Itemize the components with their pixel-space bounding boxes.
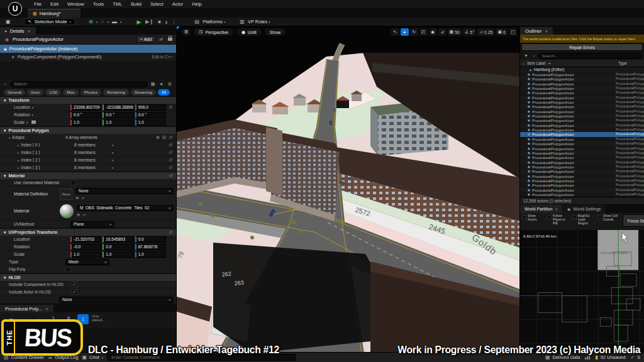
- hlod-layer-dropdown[interactable]: None ▾: [59, 297, 174, 303]
- outliner-search-input[interactable]: [538, 53, 641, 59]
- uv-location-y-field[interactable]: 16.545893: [103, 236, 133, 243]
- cinematics-icon[interactable]: ▬: [110, 19, 119, 25]
- type-dropdown[interactable]: Mesh ▾: [65, 259, 109, 265]
- swap-icon[interactable]: ⇄: [158, 37, 164, 42]
- location-label[interactable]: Location: [14, 105, 30, 109]
- unsaved-button[interactable]: ▮ 92 Unsaved: [595, 354, 625, 360]
- filter-chip-rendering[interactable]: Rendering: [103, 89, 129, 96]
- outliner-row[interactable]: ◉ProceduralPolygonActorProceduralPolygon…: [520, 82, 644, 86]
- menu-item-build[interactable]: Build: [131, 1, 142, 7]
- location-x-field[interactable]: 23396.802709: [70, 104, 101, 111]
- output-log-button[interactable]: ☰ Output Log: [48, 354, 78, 360]
- derived-data-button[interactable]: ▦ Derived Data: [545, 354, 580, 360]
- skip-frame-button[interactable]: ▶❙: [145, 19, 153, 25]
- close-icon[interactable]: ✕: [28, 29, 31, 33]
- lock-icon[interactable]: [168, 38, 172, 41]
- outliner-row[interactable]: ◉ProceduralPolygonActorProceduralPolygon…: [520, 155, 644, 160]
- viewport-options-menu-icon[interactable]: ☰: [182, 28, 191, 36]
- menu-item-tools[interactable]: Tools: [93, 1, 104, 7]
- reset-icon[interactable]: ↺: [169, 173, 172, 178]
- world-partition-minimap[interactable]: 6.82x7.97x0.40 km Last Loaded Region: [520, 230, 644, 352]
- tab-details[interactable]: ▪ Details ✕: [0, 27, 36, 35]
- content-drawer-button[interactable]: ▤ Content Drawer: [4, 354, 44, 360]
- rotation-label[interactable]: Rotation: [14, 112, 30, 117]
- grid-snap-button[interactable]: ▦50: [448, 28, 462, 36]
- polygon-tool-snap-icon[interactable]: ⟟: [77, 314, 89, 324]
- chevron-down-icon[interactable]: ▾: [9, 136, 11, 140]
- include-actor-hlod-checkbox[interactable]: ✓: [72, 289, 77, 295]
- reset-icon[interactable]: ↺: [167, 143, 174, 148]
- chevron-down-icon[interactable]: ▾: [120, 20, 122, 24]
- outliner-row[interactable]: ◉ProceduralPolygonActorProceduralPolygon…: [520, 183, 644, 187]
- close-icon[interactable]: ✕: [545, 29, 548, 33]
- menu-item-edit[interactable]: Edit: [50, 1, 58, 7]
- use-asset-icon[interactable]: ⊕: [75, 195, 79, 200]
- play-options-kebab-icon[interactable]: ⋮: [172, 19, 177, 25]
- outliner-root-row[interactable]: ▲ Hamburg (Editor): [520, 67, 644, 72]
- outliner-row[interactable]: ◉ProceduralPolygonActorProceduralPolygon…: [520, 128, 644, 132]
- browse-folder-icon[interactable]: ▱: [82, 212, 86, 217]
- include-component-hlod-checkbox[interactable]: ✓: [72, 282, 77, 287]
- favorites-icon[interactable]: ★: [158, 82, 164, 87]
- outliner-row[interactable]: ◉ProceduralPolygonActorProceduralPolygon…: [520, 118, 644, 123]
- menu-item-file[interactable]: File: [34, 1, 42, 7]
- scale-tool-button[interactable]: ◰: [419, 28, 428, 36]
- outliner-row[interactable]: ◉ProceduralPolygonActorProceduralPolygon…: [520, 165, 644, 169]
- show-dropdown[interactable]: Show: [265, 28, 286, 36]
- settings-gear-icon[interactable]: ⚙: [167, 82, 173, 87]
- outliner-row[interactable]: ◉ProceduralPolygonActorProceduralPolygon…: [520, 160, 644, 165]
- outliner-row[interactable]: ◉ProceduralPolygonActorProceduralPolygon…: [520, 137, 644, 141]
- flip-poly-checkbox[interactable]: [65, 266, 71, 272]
- toggle-show-actors[interactable]: Show Actors: [522, 214, 545, 222]
- reset-icon[interactable]: ↺: [167, 165, 174, 170]
- stop-button[interactable]: ■: [158, 19, 161, 25]
- chevron-down-icon[interactable]: ▾: [31, 113, 33, 117]
- toggle-show-cell-coords[interactable]: Show Cell Coords: [597, 214, 621, 222]
- location-z-field[interactable]: 906.0: [135, 104, 166, 111]
- checkbox[interactable]: [597, 215, 602, 219]
- column-type[interactable]: Type: [618, 61, 627, 65]
- outliner-row[interactable]: ◉ProceduralPolygonActorProceduralPolygon…: [520, 141, 644, 146]
- browse-folder-icon[interactable]: ▱: [81, 195, 84, 200]
- location-y-field[interactable]: -321088.268966: [103, 104, 133, 111]
- view-mode-dropdown[interactable]: ⬤ Unlit: [236, 28, 262, 36]
- material-thumbnail[interactable]: [60, 204, 74, 218]
- close-icon[interactable]: ✕: [45, 307, 48, 311]
- outliner-row[interactable]: ◉ProceduralPolygonActorProceduralPolygon…: [520, 114, 644, 118]
- outliner-row[interactable]: ◉ProceduralPolygonActorProceduralPolygon…: [520, 100, 644, 104]
- uv-scale-y-field[interactable]: 1.0: [103, 251, 133, 258]
- reset-icon[interactable]: ↺: [167, 105, 174, 110]
- outliner-row[interactable]: ◉ProceduralPolygonActorProceduralPolygon…: [520, 146, 644, 151]
- reset-icon[interactable]: ↺: [167, 135, 174, 140]
- uv-location-x-field[interactable]: -21.520703: [70, 236, 101, 243]
- focus-selection-button[interactable]: Focus Selection: [623, 214, 644, 227]
- polygon-tool-distance-icon[interactable]: ⫼: [63, 314, 74, 324]
- scale-x-field[interactable]: 1.0: [70, 119, 101, 126]
- reset-icon[interactable]: ↺: [169, 230, 172, 235]
- chevron-down-icon[interactable]: ▾: [107, 20, 109, 24]
- chevron-down-icon[interactable]: ▾: [112, 151, 114, 155]
- section-transform[interactable]: ▾ Transform: [0, 96, 176, 104]
- chevron-down-icon[interactable]: ▾: [26, 121, 28, 124]
- polygon-tool-line-icon[interactable]: ╲: [48, 314, 60, 324]
- outliner-row[interactable]: ◉ProceduralPolygonActorProceduralPolygon…: [520, 86, 644, 90]
- scale-snap-button[interactable]: ⊿0.25: [477, 28, 495, 36]
- outliner-row[interactable]: ◉ProceduralPolygonActorProceduralPolygon…: [520, 90, 644, 95]
- outliner-row[interactable]: ◉ProceduralPolygonActorProceduralPolygon…: [520, 192, 644, 197]
- scale-label[interactable]: Scale: [14, 120, 25, 124]
- polygon-tool-edge-icon[interactable]: ⌙: [34, 314, 45, 324]
- blueprints-icon[interactable]: ∴: [99, 19, 106, 25]
- menu-item-tml[interactable]: TML: [113, 1, 122, 7]
- select-tool-button[interactable]: ↖: [391, 28, 399, 36]
- toggle-follow-player-in-pie[interactable]: Follow Player in PIE: [547, 214, 570, 226]
- column-item-label[interactable]: Item Label: [527, 61, 545, 65]
- source-control-button[interactable]: ✓ S: [631, 354, 640, 360]
- repair-errors-button[interactable]: Repair Errors: [521, 43, 643, 51]
- grid-view-icon[interactable]: ▦: [150, 82, 157, 87]
- chevron-down-icon[interactable]: ▾: [96, 20, 98, 24]
- uv-method-dropdown[interactable]: Plane ▾: [70, 221, 114, 228]
- material-dropdown[interactable]: M_OBS_Sidewalk_Concrete_Tiles_02 ▾: [77, 205, 174, 211]
- menu-item-select[interactable]: Select: [150, 1, 164, 7]
- uv-scale-z-field[interactable]: 1.0: [135, 251, 166, 258]
- filter-chip-lod[interactable]: LOD: [45, 89, 61, 96]
